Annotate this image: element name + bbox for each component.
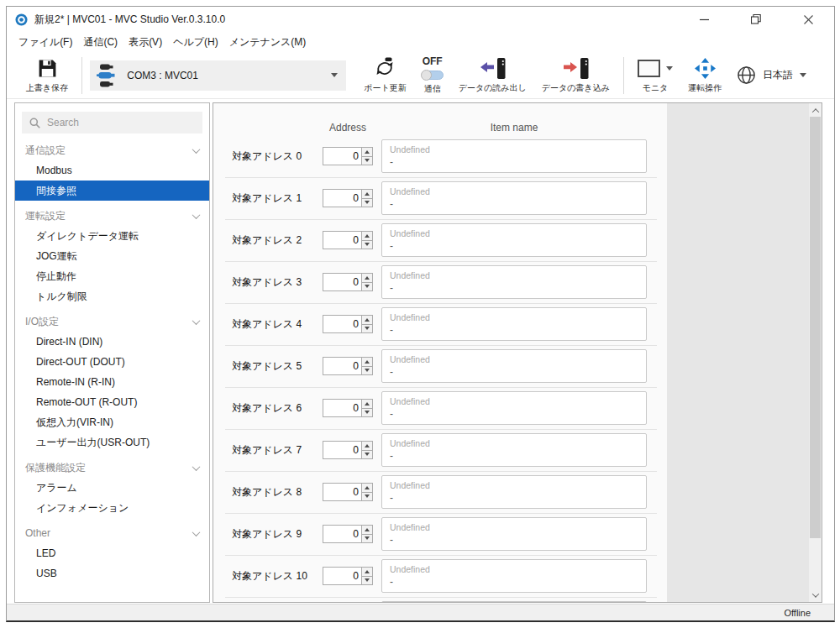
restore-button[interactable] — [730, 7, 782, 32]
sidebar-item-18[interactable]: Other — [15, 523, 209, 543]
sidebar-item-19[interactable]: LED — [15, 543, 209, 563]
spin-down-button[interactable] — [362, 325, 372, 333]
spin-down-button[interactable] — [362, 493, 372, 501]
address-spinner[interactable]: 0 — [323, 567, 373, 585]
search-box[interactable] — [22, 112, 202, 133]
address-value[interactable]: 0 — [323, 274, 361, 290]
sidebar-item-16[interactable]: アラーム — [15, 478, 209, 498]
address-spinner[interactable]: 0 — [323, 231, 373, 249]
comm-toggle-button[interactable]: OFF 通信 — [414, 56, 451, 95]
menu-bar: ファイル(F) 通信(C) 表示(V) ヘルプ(H) メンテナンス(M) — [7, 32, 834, 52]
menu-item-3[interactable]: ヘルプ(H) — [172, 34, 219, 51]
spin-down-button[interactable] — [362, 199, 372, 207]
spin-up-button[interactable] — [362, 568, 372, 577]
port-refresh-button[interactable]: ポート更新 — [356, 56, 413, 94]
search-input[interactable] — [47, 117, 195, 128]
data-write-icon — [562, 57, 590, 80]
scrollbar-thumb[interactable] — [810, 117, 821, 538]
sidebar-item-0[interactable]: 通信設定 — [15, 140, 209, 160]
spin-up-button[interactable] — [362, 442, 372, 451]
address-spinner[interactable]: 0 — [323, 399, 373, 417]
menu-item-2[interactable]: 表示(V) — [128, 34, 163, 51]
chevron-down-icon[interactable] — [800, 73, 806, 77]
menu-item-0[interactable]: ファイル(F) — [18, 34, 73, 51]
spin-down-button[interactable] — [362, 157, 372, 165]
address-spinner[interactable]: 0 — [323, 483, 373, 501]
sidebar-item-15[interactable]: 保護機能設定 — [15, 458, 209, 478]
spin-down-button[interactable] — [362, 577, 372, 585]
spin-down-button[interactable] — [362, 283, 372, 291]
address-value[interactable]: 0 — [323, 568, 361, 584]
language-select[interactable]: 日本語 — [729, 65, 814, 85]
spin-up-button[interactable] — [362, 148, 372, 157]
item-name-box: Undefined - — [381, 349, 647, 383]
spin-up-button[interactable] — [362, 400, 372, 409]
address-value[interactable]: 0 — [323, 148, 361, 165]
address-value[interactable]: 0 — [323, 358, 361, 374]
address-value[interactable]: 0 — [323, 400, 361, 416]
data-read-button[interactable]: データの読み出し — [451, 56, 534, 94]
spin-up-button[interactable] — [362, 190, 372, 199]
scroll-down-button[interactable] — [809, 589, 822, 601]
address-value[interactable]: 0 — [323, 316, 361, 332]
panel-empty-space — [667, 103, 809, 602]
spin-down-button[interactable] — [362, 241, 372, 249]
vertical-scrollbar[interactable] — [809, 103, 822, 602]
minimize-button[interactable] — [678, 7, 730, 32]
spin-up-button[interactable] — [362, 484, 372, 493]
port-select[interactable]: COM3 : MVC01 — [90, 60, 346, 91]
sidebar-item-9[interactable]: Direct-IN (DIN) — [15, 332, 209, 352]
spin-down-button[interactable] — [362, 451, 372, 459]
sidebar-item-8[interactable]: I/O設定 — [15, 311, 209, 332]
spin-up-button[interactable] — [362, 232, 372, 241]
spin-down-button[interactable] — [362, 409, 372, 417]
spin-up-button[interactable] — [362, 274, 372, 283]
data-write-button[interactable]: データの書き込み — [534, 56, 617, 94]
spin-up-button[interactable] — [362, 526, 372, 535]
address-value[interactable]: 0 — [323, 232, 361, 249]
sidebar-item-13[interactable]: 仮想入力(VIR-IN) — [15, 412, 209, 432]
address-value[interactable]: 0 — [323, 484, 361, 500]
sidebar-item-3[interactable]: 運転設定 — [15, 206, 209, 226]
save-button[interactable]: 上書き保存 — [18, 56, 76, 94]
port-refresh-label: ポート更新 — [364, 82, 406, 94]
sidebar-item-14[interactable]: ユーザー出力(USR-OUT) — [15, 432, 209, 453]
menu-item-1[interactable]: 通信(C) — [82, 34, 118, 51]
chevron-down-icon[interactable] — [666, 66, 673, 71]
address-value[interactable]: 0 — [323, 526, 361, 542]
sidebar-item-1[interactable]: Modbus — [15, 160, 209, 181]
app-icon — [15, 13, 28, 26]
address-value[interactable]: 0 — [323, 442, 361, 458]
address-value[interactable]: 0 — [323, 190, 361, 207]
address-spinner[interactable]: 0 — [323, 147, 373, 165]
sidebar-item-20[interactable]: USB — [15, 563, 209, 584]
sidebar-item-6[interactable]: 停止動作 — [15, 266, 209, 286]
sidebar-item-12[interactable]: Remote-OUT (R-OUT) — [15, 392, 209, 412]
sidebar-item-4[interactable]: ダイレクトデータ運転 — [15, 226, 209, 246]
address-spinner[interactable]: 0 — [323, 273, 373, 291]
spin-down-button[interactable] — [362, 535, 372, 543]
sidebar-item-17[interactable]: インフォメーション — [15, 498, 209, 518]
address-spinner[interactable]: 0 — [323, 189, 373, 207]
address-spinner[interactable]: 0 — [323, 525, 373, 543]
scroll-up-button[interactable] — [809, 104, 822, 117]
address-spinner[interactable]: 0 — [323, 315, 373, 333]
address-spinner[interactable]: 0 — [323, 441, 373, 459]
toggle-off-icon[interactable] — [422, 71, 444, 80]
spin-up-button[interactable] — [362, 316, 372, 325]
operation-button[interactable]: 運転操作 — [680, 56, 729, 94]
sidebar-item-5[interactable]: JOG運転 — [15, 246, 209, 266]
triangle-up-icon — [365, 360, 370, 364]
address-row-5: 対象アドレス 5 0 Undefined - — [213, 349, 667, 391]
sidebar-item-7[interactable]: トルク制限 — [15, 286, 209, 306]
menu-item-4[interactable]: メンテナンス(M) — [228, 34, 307, 51]
close-button[interactable] — [782, 7, 834, 32]
spin-up-button[interactable] — [362, 358, 372, 367]
address-spinner[interactable]: 0 — [323, 357, 373, 375]
sidebar-item-11[interactable]: Remote-IN (R-IN) — [15, 372, 209, 392]
monitor-button[interactable]: モニタ — [630, 56, 680, 94]
item-name-title: Undefined — [390, 186, 638, 197]
sidebar-item-2[interactable]: 間接参照 — [15, 181, 209, 201]
spin-down-button[interactable] — [362, 367, 372, 375]
sidebar-item-10[interactable]: Direct-OUT (DOUT) — [15, 352, 209, 372]
